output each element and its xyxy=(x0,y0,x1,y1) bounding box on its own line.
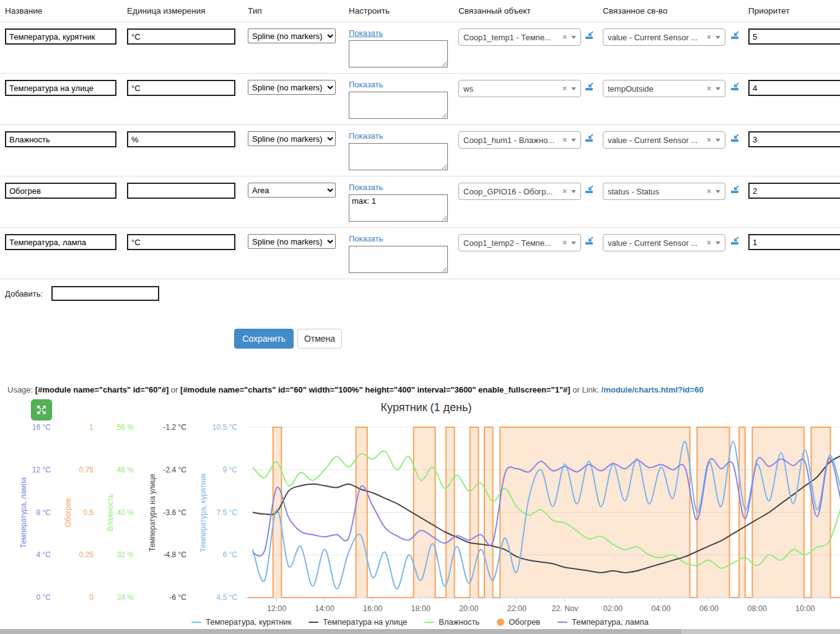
series-name-input[interactable] xyxy=(5,183,116,199)
clear-selection-icon[interactable]: × xyxy=(707,84,711,93)
linked-property-select[interactable]: status - Status × xyxy=(603,183,725,200)
chart-type-select[interactable]: Spline (no markers) xyxy=(248,80,336,95)
unit-input[interactable] xyxy=(127,80,235,96)
clear-selection-icon[interactable]: × xyxy=(562,238,567,247)
series-name-input[interactable] xyxy=(5,131,116,147)
clear-selection-icon[interactable]: × xyxy=(562,84,567,93)
chevron-down-icon[interactable] xyxy=(715,241,720,245)
chart-type-select[interactable]: Spline (no markers) xyxy=(248,234,336,249)
cancel-button[interactable]: Отмена xyxy=(297,329,342,349)
chevron-down-icon[interactable] xyxy=(571,87,576,90)
y-axis-tick: 8 °C xyxy=(6,508,51,518)
series-name-input[interactable] xyxy=(5,234,116,250)
open-object-icon[interactable] xyxy=(585,185,594,196)
chevron-down-icon[interactable] xyxy=(571,139,576,142)
legend-item[interactable]: Температура, курятник xyxy=(191,617,291,627)
legend-item[interactable]: Температура на улице xyxy=(308,617,407,627)
chart-container: Курятник (1 день) 12:0014:0016:0018:0020… xyxy=(0,396,840,634)
config-textarea[interactable] xyxy=(349,143,448,170)
show-config-link[interactable]: Показать xyxy=(349,234,383,243)
chart-link[interactable]: /module/charts.html?id=60 xyxy=(602,385,704,394)
clear-selection-icon[interactable]: × xyxy=(562,187,567,196)
open-property-icon[interactable] xyxy=(730,185,740,196)
linked-object-select[interactable]: Coop1_temp1 - Темпе... × xyxy=(458,28,581,46)
series-name-input[interactable] xyxy=(5,80,116,96)
y-axis-tick: 0.75 xyxy=(49,465,94,475)
y-axis-tick: 32 % xyxy=(89,550,134,560)
clear-selection-icon[interactable]: × xyxy=(707,187,711,196)
y-axis-tick: 4.5 °C xyxy=(193,593,237,602)
clear-selection-icon[interactable]: × xyxy=(707,238,711,247)
y-axis-tick: 56 % xyxy=(89,422,134,432)
legend-item[interactable]: Обогрев xyxy=(497,617,540,627)
scrollbar-thumb[interactable] xyxy=(0,629,681,634)
chart-type-select[interactable]: Area xyxy=(248,183,336,198)
priority-input[interactable] xyxy=(748,234,840,250)
chevron-down-icon[interactable] xyxy=(571,36,576,39)
open-property-icon[interactable] xyxy=(730,30,740,41)
table-header-row: Название Единица измерения Тип Настроить… xyxy=(0,0,840,22)
unit-input[interactable] xyxy=(127,183,235,199)
svg-text:20:00: 20:00 xyxy=(459,604,478,613)
clear-selection-icon[interactable]: × xyxy=(562,136,567,144)
chart-type-select[interactable]: Spline (no markers) xyxy=(248,28,336,43)
chart-type-select[interactable]: Spline (no markers) xyxy=(248,131,336,146)
add-series-input[interactable] xyxy=(51,286,159,301)
priority-input[interactable] xyxy=(748,80,840,96)
series-name-input[interactable] xyxy=(5,28,116,45)
unit-input[interactable] xyxy=(127,28,235,45)
chevron-down-icon[interactable] xyxy=(571,241,576,245)
clear-selection-icon[interactable]: × xyxy=(707,136,711,144)
config-textarea[interactable]: max: 1 xyxy=(349,194,448,222)
svg-text:06:00: 06:00 xyxy=(699,604,719,613)
linked-object-select[interactable]: ws × xyxy=(458,80,581,97)
chevron-down-icon[interactable] xyxy=(715,87,720,90)
legend-marker-line xyxy=(558,622,567,623)
linked-object-select[interactable]: Coop1_hum1 - Влажно... × xyxy=(458,131,581,149)
priority-input[interactable] xyxy=(748,28,840,45)
y-axis-tick: -6 °C xyxy=(142,593,186,602)
clear-selection-icon[interactable]: × xyxy=(707,33,711,41)
unit-input[interactable] xyxy=(127,131,235,147)
y-axis-tick: 1 xyxy=(49,422,94,432)
linked-property-select[interactable]: value - Current Sensor ... × xyxy=(603,234,725,251)
chevron-down-icon[interactable] xyxy=(715,36,720,39)
config-textarea[interactable] xyxy=(349,40,448,67)
chevron-down-icon[interactable] xyxy=(571,190,576,193)
chevron-down-icon[interactable] xyxy=(715,139,720,142)
unit-input[interactable] xyxy=(127,234,235,250)
open-object-icon[interactable] xyxy=(585,30,594,41)
table-row: Area Показать max: 1 Coop_GPIO16 - Обогр… xyxy=(0,176,840,228)
linked-object-value: ws xyxy=(463,84,560,93)
open-object-icon[interactable] xyxy=(585,236,594,247)
show-config-link[interactable]: Показать xyxy=(349,131,383,141)
open-property-icon[interactable] xyxy=(730,82,740,93)
open-property-icon[interactable] xyxy=(730,236,740,247)
linked-property-value: status - Status xyxy=(608,187,704,196)
chevron-down-icon[interactable] xyxy=(715,190,720,193)
table-row: Spline (no markers) Показать Coop1_temp1… xyxy=(0,22,840,74)
legend-item[interactable]: Температура, лампа xyxy=(558,617,649,627)
show-config-link[interactable]: Показать xyxy=(349,183,383,192)
linked-object-select[interactable]: Coop_GPIO16 - Обогр... × xyxy=(458,183,581,200)
priority-input[interactable] xyxy=(748,131,840,147)
config-textarea[interactable] xyxy=(349,246,448,273)
linked-property-select[interactable]: value - Current Sensor ... × xyxy=(603,28,725,46)
save-button[interactable]: Сохранить xyxy=(234,329,294,349)
legend-item[interactable]: Влажность xyxy=(424,617,479,627)
open-object-icon[interactable] xyxy=(585,82,594,93)
clear-selection-icon[interactable]: × xyxy=(562,33,567,41)
linked-object-select[interactable]: Coop1_temp2 - Темпе... × xyxy=(458,234,581,251)
header-unit: Единица измерения xyxy=(127,6,205,15)
horizontal-scrollbar[interactable] xyxy=(0,629,840,634)
config-textarea[interactable] xyxy=(349,92,448,119)
table-row: Spline (no markers) Показать ws × tempOu… xyxy=(0,74,840,125)
y-axis-tick: 0 xyxy=(49,593,94,602)
open-property-icon[interactable] xyxy=(730,133,740,144)
open-object-icon[interactable] xyxy=(585,133,594,144)
show-config-link[interactable]: Показать xyxy=(349,28,383,38)
priority-input[interactable] xyxy=(748,183,840,199)
linked-property-select[interactable]: tempOutside × xyxy=(603,80,725,97)
show-config-link[interactable]: Показать xyxy=(349,80,383,89)
linked-property-select[interactable]: value - Current Sensor ... × xyxy=(603,131,725,149)
